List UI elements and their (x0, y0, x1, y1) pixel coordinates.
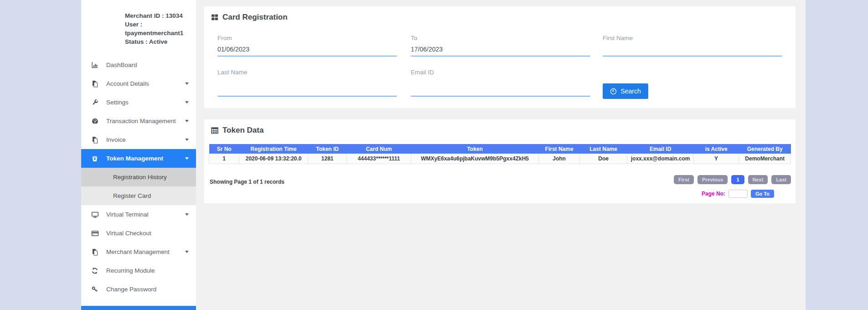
chevron-down-icon (185, 251, 189, 253)
last-name-label: Last Name (217, 69, 397, 76)
cell-is-active: Y (693, 154, 739, 164)
records-summary: Showing Page 1 of 1 records (210, 179, 284, 185)
table-row: 1 2020-06-09 13:32:20.0 1281 444433*****… (209, 154, 791, 164)
pagination-current-page-button[interactable]: 1 (731, 175, 744, 184)
first-name-input[interactable] (603, 46, 782, 56)
sidebar-item-label: DashBoard (106, 62, 189, 68)
sidebar-item-label: Register Card (113, 192, 189, 199)
col-header: Last Name (579, 144, 627, 154)
chevron-down-icon (185, 101, 189, 103)
search-button[interactable]: Search (603, 83, 648, 99)
chevron-down-icon (185, 157, 189, 160)
sidebar-item-change-password[interactable]: Change Password (81, 280, 196, 299)
sidebar-item-dashboard[interactable]: DashBoard (81, 56, 196, 74)
from-input[interactable]: 01/06/2023 (217, 46, 397, 56)
cell-first-name: John (539, 154, 579, 164)
cell-generated-by: DemoMerchant (739, 154, 791, 164)
sidebar-item-label: Registration History (113, 174, 189, 181)
col-header: is Active (693, 144, 739, 154)
sidebar-item-settings[interactable]: Settings (81, 93, 196, 112)
sidebar-item-label: Account Details (106, 80, 185, 87)
sidebar-item-recurring-module[interactable]: Recurring Module (81, 261, 196, 280)
sidebar-item-virtual-terminal[interactable]: Virtual Terminal (81, 205, 196, 224)
input-underline (411, 56, 590, 57)
cell-card-num: 444433******1111 (347, 154, 411, 164)
chevron-down-icon (185, 83, 189, 85)
user-label-text: User : (125, 20, 192, 29)
credit-card-icon (90, 230, 99, 237)
clock-icon (610, 88, 617, 95)
email-id-label: Email ID (411, 69, 590, 76)
input-underline (217, 56, 397, 57)
col-header: Generated By (739, 144, 791, 154)
card-registration-title: Card Registration (211, 13, 288, 22)
pages-icon (90, 80, 99, 88)
refresh-icon (90, 267, 99, 274)
email-id-input[interactable] (411, 80, 590, 96)
input-underline (217, 96, 397, 97)
cell-registration-time: 2020-06-09 13:32:20.0 (239, 154, 308, 164)
sidebar-item-merchant-management[interactable]: Merchant Management (81, 243, 196, 261)
sidebar-item-label: Recurring Module (106, 267, 189, 274)
cell-last-name: Doe (579, 154, 627, 164)
col-header: Token ID (308, 144, 346, 154)
pages-icon (90, 136, 99, 144)
sidebar-item-label: Token Management (106, 155, 185, 162)
pagination-last-button[interactable]: Last (771, 175, 791, 184)
cell-token-id: 1281 (308, 154, 346, 164)
cell-email-id: joxx.xxx@domain.com (627, 154, 693, 164)
token-data-title: Token Data (211, 126, 264, 135)
pages-icon (90, 248, 99, 256)
page-no-label: Page No: (702, 191, 725, 197)
sidebar-item-label: Transaction Management (106, 118, 185, 124)
table-icon (211, 127, 218, 134)
last-name-input[interactable] (217, 80, 397, 96)
sidebar-item-label: Change Password (106, 286, 189, 293)
sidebar-item-registration-history[interactable]: Registration History (81, 168, 196, 186)
col-header: First Name (539, 144, 579, 154)
merchant-id-text: Merchant ID : 13034 (125, 11, 192, 20)
sidebar-item-transaction-management[interactable]: Transaction Management (81, 112, 196, 130)
sidebar-partial-item[interactable] (81, 306, 196, 310)
goto-button[interactable]: Go To (751, 190, 774, 198)
sidebar-item-invoice[interactable]: Invoice (81, 130, 196, 149)
email-id-field: Email ID (411, 69, 590, 97)
cell-sr-no: 1 (209, 154, 239, 164)
sidebar-item-register-card[interactable]: Register Card (81, 186, 196, 205)
main-content: Card Registration From 01/06/2023 To 17/… (196, 0, 806, 310)
to-input[interactable]: 17/06/2023 (411, 46, 590, 56)
pagination-previous-button[interactable]: Previous (698, 175, 728, 184)
app-frame: Merchant ID : 13034 User : tpaymentmerch… (81, 0, 806, 310)
pagination: First Previous 1 Next Last (674, 175, 791, 184)
chevron-down-icon (185, 213, 189, 216)
token-data-table: Sr No Registration Time Token ID Card Nu… (209, 144, 791, 164)
col-header: Email ID (627, 144, 693, 154)
from-label: From (217, 35, 397, 41)
first-name-label: First Name (603, 35, 782, 41)
sidebar-item-label: Merchant Management (106, 248, 185, 255)
page-no-input[interactable] (728, 190, 748, 198)
sidebar-item-label: Settings (106, 99, 185, 106)
panel-title-text: Token Data (222, 126, 264, 135)
bar-chart-icon (90, 62, 99, 69)
sidebar-item-account-details[interactable]: Account Details (81, 74, 196, 93)
sidebar-menu: DashBoard Account Details Settings (81, 56, 196, 299)
pagination-first-button[interactable]: First (674, 175, 694, 184)
first-name-field: First Name (603, 35, 782, 57)
sidebar-item-token-management[interactable]: Token Management (81, 149, 196, 168)
token-data-panel: Token Data Sr No Registration Time Token… (204, 119, 796, 203)
goto-page-controls: Page No: Go To (702, 190, 774, 198)
cell-token: WMXyE6xa4u6pjbaKuvwM9b5Pgxx4ZkH5 (411, 154, 539, 164)
input-underline (603, 56, 782, 57)
grid-icon (211, 14, 218, 21)
col-header: Registration Time (239, 144, 308, 154)
col-header: Token (411, 144, 539, 154)
col-header: Card Num (347, 144, 411, 154)
bucket-icon (90, 155, 99, 162)
from-field: From 01/06/2023 (217, 35, 397, 57)
to-label: To (411, 35, 590, 41)
pagination-next-button[interactable]: Next (748, 175, 768, 184)
sidebar-item-virtual-checkout[interactable]: Virtual Checkout (81, 224, 196, 243)
wrench-icon (90, 99, 99, 106)
sidebar-item-label: Invoice (106, 136, 185, 143)
